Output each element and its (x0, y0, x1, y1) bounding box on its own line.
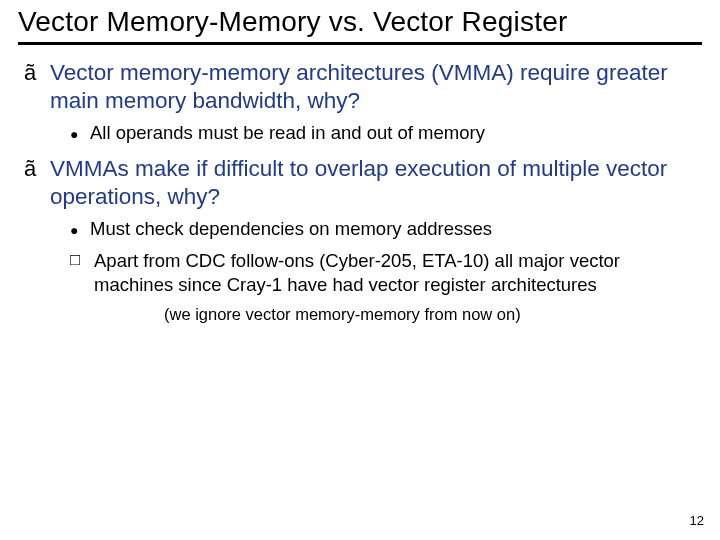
slide: Vector Memory-Memory vs. Vector Register… (0, 0, 720, 540)
bullet-level1: ã Vector memory-memory architectures (VM… (24, 59, 702, 115)
slide-title: Vector Memory-Memory vs. Vector Register (18, 0, 702, 45)
bullet-text: Apart from CDC follow-ons (Cyber-205, ET… (94, 249, 702, 297)
page-number: 12 (690, 513, 704, 528)
bullet-level2: ● Must check dependencies on memory addr… (70, 217, 702, 241)
bullet-glyph-level1: ã (24, 59, 50, 87)
bullet-text: VMMAs make if difficult to overlap execu… (50, 155, 702, 211)
bullet-level1: ã VMMAs make if difficult to overlap exe… (24, 155, 702, 211)
square-bullet-icon: □ (70, 249, 94, 271)
bullet-glyph-level1: ã (24, 155, 50, 183)
bullet-level2: ● All operands must be read in and out o… (70, 121, 702, 145)
round-bullet-icon: ● (70, 217, 90, 241)
bullet-level2: □ Apart from CDC follow-ons (Cyber-205, … (70, 249, 702, 297)
aside-note: (we ignore vector memory-memory from now… (164, 303, 702, 325)
bullet-text: Vector memory-memory architectures (VMMA… (50, 59, 702, 115)
bullet-text: All operands must be read in and out of … (90, 121, 485, 145)
round-bullet-icon: ● (70, 121, 90, 145)
bullet-text: Must check dependencies on memory addres… (90, 217, 492, 241)
